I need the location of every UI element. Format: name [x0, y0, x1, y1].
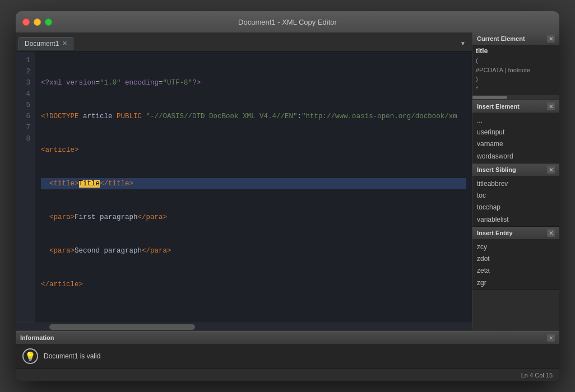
bottom-area: Information ✕ 💡 Document1 is valid Ln 4 … — [16, 330, 559, 381]
element-detail: ( #PCDATA | footnote ) * — [476, 56, 556, 93]
element-name: title — [476, 47, 556, 55]
insert-entity-section: Insert Entity ✕ zcy zdot zeta zgr — [472, 227, 559, 290]
detail-line1: ( — [476, 57, 478, 64]
current-element-content: title ( #PCDATA | footnote ) * — [472, 45, 559, 95]
info-header-label: Information — [20, 334, 54, 341]
list-item[interactable]: tocchap — [476, 202, 556, 213]
info-message: Document1 is valid — [44, 352, 100, 360]
list-item[interactable]: variablelist — [476, 214, 556, 226]
insert-element-list: ... userinput varname wordasword — [476, 115, 556, 162]
code-content[interactable]: <?xml version="1.0" encoding="UTF-8"?> <… — [35, 52, 472, 323]
insert-sibling-close[interactable]: ✕ — [547, 166, 555, 174]
document-tab[interactable]: Document1 ✕ — [18, 37, 73, 50]
tab-bar: Document1 ✕ ▼ — [16, 32, 472, 52]
status-bar: Ln 4 Col 15 — [16, 368, 559, 381]
insert-element-header: Insert Element ✕ — [472, 100, 559, 113]
right-panel: Current Element ✕ title ( #PCDATA | foot… — [472, 32, 559, 330]
cursor-position: Ln 4 Col 15 — [521, 372, 553, 379]
current-element-header: Current Element ✕ — [472, 32, 559, 45]
insert-element-section: Insert Element ✕ ... userinput varname w… — [472, 100, 559, 164]
list-item[interactable]: toc — [476, 190, 556, 202]
insert-element-content: ... userinput varname wordasword — [472, 113, 559, 163]
main-content: Document1 ✕ ▼ 1 2 3 4 5 6 7 8 <?xm — [16, 32, 559, 330]
list-item[interactable]: zgr — [476, 277, 556, 289]
code-line-7: </article> — [41, 279, 466, 290]
info-content-row: 💡 Document1 is valid — [16, 344, 559, 368]
insert-sibling-title: Insert Sibling — [477, 166, 516, 173]
tab-close-icon[interactable]: ✕ — [62, 40, 67, 46]
code-line-3: <article> — [41, 144, 466, 156]
list-item[interactable]: zeta — [476, 265, 556, 277]
line-numbers: 1 2 3 4 5 6 7 8 — [16, 52, 35, 323]
insert-entity-list: zcy zdot zeta zgr — [476, 241, 556, 289]
traffic-lights — [22, 18, 52, 26]
detail-line4: * — [476, 85, 478, 92]
code-area[interactable]: 1 2 3 4 5 6 7 8 <?xml version="1.0" enco… — [16, 52, 472, 323]
code-line-5: <para>First paragraph</para> — [41, 212, 466, 223]
list-item[interactable]: zdot — [476, 253, 556, 265]
detail-line2: #PCDATA | footnote — [476, 67, 530, 73]
window-title: Document1 - XML Copy Editor — [238, 18, 337, 26]
list-item[interactable]: userinput — [476, 127, 556, 138]
editor-panel: Document1 ✕ ▼ 1 2 3 4 5 6 7 8 <?xm — [16, 32, 472, 330]
maximize-button[interactable] — [45, 18, 52, 26]
current-element-scrollbar[interactable] — [472, 95, 559, 100]
minimize-button[interactable] — [34, 18, 41, 26]
close-button[interactable] — [22, 18, 30, 26]
main-window: Document1 - XML Copy Editor Document1 ✕ … — [16, 11, 559, 381]
insert-sibling-content: titleabbrev toc tocchap variablelist — [472, 176, 559, 226]
list-item[interactable]: titleabbrev — [476, 178, 556, 190]
code-line-6: <para>Second paragraph</para> — [41, 245, 466, 256]
code-line-2: <!DOCTYPE article PUBLIC "-//OASIS//DTD … — [41, 111, 466, 122]
current-element-title: Current Element — [477, 35, 525, 42]
titlebar: Document1 - XML Copy Editor — [16, 11, 559, 32]
insert-sibling-list: titleabbrev toc tocchap variablelist — [476, 178, 556, 226]
info-close-button[interactable]: ✕ — [547, 334, 555, 342]
list-item[interactable]: zcy — [476, 241, 556, 253]
insert-entity-content: zcy zdot zeta zgr — [472, 239, 559, 290]
info-header-row: Information ✕ — [16, 331, 559, 344]
list-item[interactable]: varname — [476, 138, 556, 150]
insert-sibling-header: Insert Sibling ✕ — [472, 164, 559, 176]
insert-entity-title: Insert Entity — [477, 230, 513, 236]
code-line-1: <?xml version="1.0" encoding="UTF-8"?> — [41, 77, 466, 88]
insert-entity-header: Insert Entity ✕ — [472, 227, 559, 239]
insert-element-title: Insert Element — [477, 103, 520, 110]
insert-element-close[interactable]: ✕ — [547, 102, 555, 110]
info-icon: 💡 — [22, 348, 38, 364]
current-element-section: Current Element ✕ title ( #PCDATA | foot… — [472, 32, 559, 100]
code-line-8 — [41, 312, 466, 323]
horizontal-scrollbar[interactable] — [16, 323, 472, 330]
current-element-close[interactable]: ✕ — [547, 35, 555, 43]
insert-sibling-section: Insert Sibling ✕ titleabbrev toc tocchap… — [472, 164, 559, 227]
scrollbar-thumb[interactable] — [49, 324, 195, 330]
detail-line3: ) — [476, 76, 478, 82]
list-item[interactable]: ... — [476, 115, 556, 127]
tab-label: Document1 — [25, 40, 59, 48]
code-line-4: <title>Title</title> — [41, 178, 466, 189]
insert-entity-close[interactable]: ✕ — [547, 229, 555, 237]
list-item[interactable]: wordasword — [476, 151, 556, 162]
tab-dropdown[interactable]: ▼ — [457, 39, 469, 48]
current-element-scrollbar-thumb[interactable] — [472, 96, 507, 99]
